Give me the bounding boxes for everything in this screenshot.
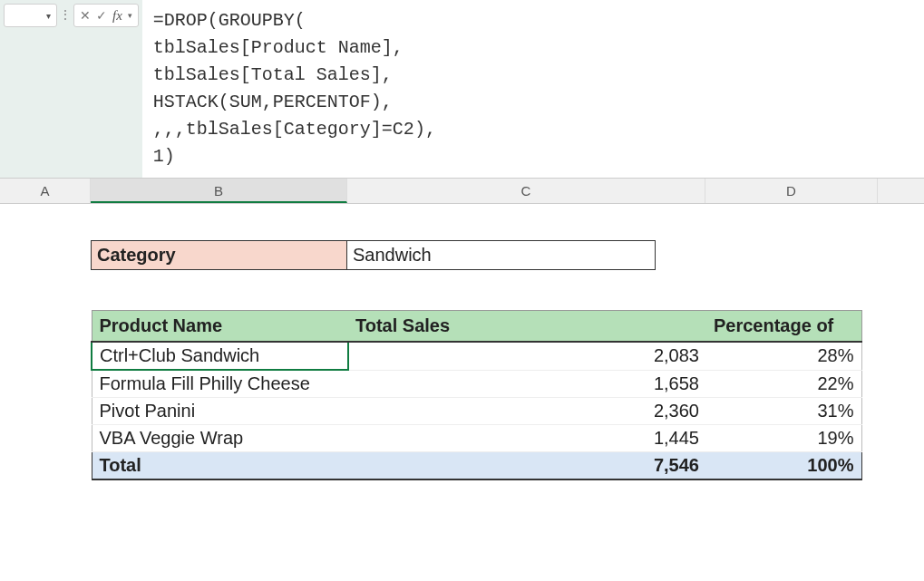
formula-bar: ▾ ⋮ ✕ ✓ fx ▾ =DROP(GROUPBY( tblSales[Pro… [0,0,924,179]
cell-pct[interactable]: 28% [706,342,861,370]
formula-line: 1) [153,146,175,167]
cancel-icon[interactable]: ✕ [80,8,91,23]
fx-icon[interactable]: fx [112,8,122,24]
cell-product[interactable]: Pivot Panini [92,398,348,425]
formula-input[interactable]: =DROP(GROUPBY( tblSales[Product Name], t… [142,0,924,178]
formula-line: =DROP(GROUPBY( [153,10,306,31]
category-value-cell[interactable]: Sandwich [347,240,656,270]
cell-pct[interactable]: 19% [706,425,861,452]
table-row: Formula Fill Philly Cheese 1,658 22% [92,370,861,398]
table-row: Ctrl+Club Sandwich 2,083 28% [92,342,861,370]
cell-sales[interactable]: 2,360 [348,398,706,425]
results-table: Product Name Total Sales Percentage of C… [91,310,862,480]
formula-line: HSTACK(SUM,PERCENTOF), [153,92,393,112]
formula-controls: ✕ ✓ fx ▾ [73,4,139,27]
separator: ⋮ [59,7,72,22]
table-total-row: Total 7,546 100% [92,452,861,480]
cell-pct[interactable]: 22% [706,370,861,398]
category-filter-row: Category Sandwich [91,240,924,270]
cell-sales[interactable]: 2,083 [348,342,706,370]
table-header-row: Product Name Total Sales Percentage of [92,311,861,343]
cell-total-pct[interactable]: 100% [706,452,861,480]
name-box[interactable]: ▾ [4,4,57,27]
header-pct[interactable]: Percentage of [706,311,861,343]
formula-line: ,,,tblSales[Category]=C2), [153,119,436,140]
worksheet[interactable]: Category Sandwich Product Name Total Sal… [0,204,924,480]
table-row: Pivot Panini 2,360 31% [92,398,861,425]
header-product[interactable]: Product Name [92,311,348,343]
chevron-down-icon[interactable]: ▾ [46,11,51,21]
formula-line: tblSales[Total Sales], [153,64,393,85]
header-sales[interactable]: Total Sales [348,311,706,343]
formula-line: tblSales[Product Name], [153,37,404,58]
cell-total-label[interactable]: Total [92,452,348,480]
chevron-down-icon[interactable]: ▾ [128,11,132,20]
cell-pct[interactable]: 31% [706,398,861,425]
accept-icon[interactable]: ✓ [96,8,107,23]
table-row: VBA Veggie Wrap 1,445 19% [92,425,861,452]
cell-sales[interactable]: 1,658 [348,370,706,398]
column-headers: A B C D [0,179,924,204]
category-label-cell[interactable]: Category [91,240,347,270]
column-header-B[interactable]: B [91,179,347,203]
cell-product[interactable]: VBA Veggie Wrap [92,425,348,452]
column-header-D[interactable]: D [705,179,878,203]
column-header-C[interactable]: C [347,179,705,203]
cell-total-sales[interactable]: 7,546 [348,452,706,480]
cell-sales[interactable]: 1,445 [348,425,706,452]
cell-product[interactable]: Formula Fill Philly Cheese [92,370,348,398]
active-cell[interactable]: Ctrl+Club Sandwich [92,342,348,370]
column-header-A[interactable]: A [0,179,91,203]
